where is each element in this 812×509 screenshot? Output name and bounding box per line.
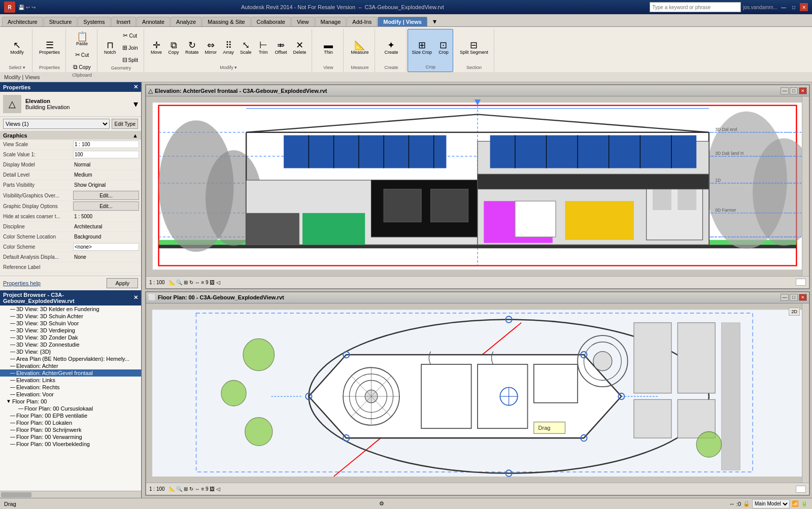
browser-item-floor-plan-epb[interactable]: — Floor Plan: 00 EPB ventilatie bbox=[0, 412, 141, 419]
floorplan-vscroll[interactable] bbox=[802, 303, 809, 483]
worksets-dropdown[interactable]: Main Model bbox=[752, 499, 790, 508]
browser-hscroll[interactable] bbox=[0, 491, 141, 498]
browser-item-3d-zonnestudie[interactable]: — 3D View: 3D Zonnestudie bbox=[0, 341, 141, 348]
scale-button[interactable]: ⤡ Scale bbox=[238, 35, 254, 61]
tab-collaborate[interactable]: Collaborate bbox=[251, 17, 291, 26]
view-scale-value[interactable]: 1 : 100 bbox=[73, 141, 139, 148]
graphic-display-edit-button[interactable]: Edit... bbox=[73, 201, 139, 211]
browser-item-3d-verdieping[interactable]: — 3D View: 3D Verdieping bbox=[0, 327, 141, 334]
elevation-vscroll[interactable] bbox=[802, 96, 809, 276]
split-segment-button[interactable]: ⊟ Split Segment bbox=[457, 35, 491, 61]
rotate-button[interactable]: ↻ Rotate bbox=[183, 35, 201, 61]
elevation-navwheel[interactable] bbox=[796, 279, 806, 286]
tab-structure[interactable]: Structure bbox=[44, 17, 78, 26]
browser-item-3d-kelder[interactable]: — 3D View: 3D Kelder en Fundering bbox=[0, 306, 141, 313]
floorplan-view-content[interactable]: Drag 2D bbox=[146, 303, 809, 483]
size-crop-button[interactable]: ⊞ Size Crop bbox=[409, 35, 434, 61]
browser-item-elevation-achter[interactable]: — Elevation: Achter bbox=[0, 362, 141, 369]
color-scheme-value[interactable]: <none> bbox=[73, 243, 139, 251]
paste-button[interactable]: 📋 Paste bbox=[74, 30, 90, 48]
array-button[interactable]: ⠿ Array bbox=[220, 35, 236, 61]
tab-massing[interactable]: Massing & Site bbox=[202, 17, 250, 26]
mirror-button[interactable]: ⇔ Mirror bbox=[202, 35, 220, 61]
minimize-button[interactable]: — bbox=[780, 3, 788, 11]
apply-button[interactable]: Apply bbox=[107, 278, 138, 288]
elevation-status-icons: 📐 🔍 ⊞ ↻ ↔ ≡ 9 🖼 ◁ bbox=[169, 280, 221, 285]
project-browser-close-button[interactable]: ✕ bbox=[133, 294, 138, 301]
views-dropdown[interactable]: Views (1) bbox=[3, 119, 110, 129]
props-scroll[interactable]: View Scale 1 : 100 Scale Value 1: 100 Di… bbox=[0, 140, 141, 276]
split-face-button[interactable]: ⊟Split bbox=[120, 54, 141, 65]
tab-architecture[interactable]: Architecture bbox=[2, 17, 43, 26]
measure-button[interactable]: 📐 Measure bbox=[348, 35, 371, 61]
measure-label: Measure bbox=[351, 50, 368, 55]
tab-addins[interactable]: Add-Ins bbox=[347, 17, 377, 26]
detail-level-row: Detail Level Medium bbox=[0, 170, 141, 180]
tab-modify-views[interactable]: Modify | Views bbox=[378, 17, 427, 26]
copy-button[interactable]: ⧉ Copy bbox=[71, 61, 93, 73]
modify-label: Modify bbox=[10, 50, 24, 55]
browser-item-3d-zonder-dak[interactable]: — 3D View: 3D Zonder Dak bbox=[0, 334, 141, 341]
2d-toggle-btn[interactable]: 2D bbox=[789, 308, 800, 316]
maximize-button[interactable]: □ bbox=[790, 3, 798, 11]
browser-item-area-plan[interactable]: — Area Plan (BE Netto Oppervlakten): Hem… bbox=[0, 355, 141, 362]
title-bar: R 💾 ↩ ↪ Autodesk Revit 2014 - Not For Re… bbox=[0, 0, 812, 14]
move-button[interactable]: ✛ Move bbox=[148, 35, 164, 61]
hide-scale-label: Hide at scales coarser t... bbox=[2, 213, 73, 220]
floorplan-maximize-btn[interactable]: □ bbox=[790, 294, 798, 301]
browser-item-floor-plan-vloerbekleding[interactable]: — Floor Plan: 00 Vloerbekledïng bbox=[0, 440, 141, 448]
browser-item-elevation-links[interactable]: — Elevation: Links bbox=[0, 377, 141, 384]
offset-button[interactable]: ⤃ Offset bbox=[273, 35, 290, 61]
prop-expand-icon[interactable]: ▾ bbox=[133, 98, 138, 110]
elevation-minimize-btn[interactable]: — bbox=[781, 87, 789, 94]
scale-value-value[interactable]: 100 bbox=[73, 151, 139, 158]
color-scheme-loc-value: Background bbox=[73, 233, 139, 240]
tab-analyze[interactable]: Analyze bbox=[171, 17, 201, 26]
elevation-view-content[interactable]: 3D Dal end 3D Dak land H 1D 0D Farmer bbox=[146, 96, 809, 276]
browser-item-floor-plan-verwarming[interactable]: — Floor Plan: 00 Verwarming bbox=[0, 433, 141, 440]
properties-help-link[interactable]: Properties help bbox=[3, 280, 41, 286]
vis-graphics-edit-button[interactable]: Edit... bbox=[73, 191, 139, 200]
thin-lines-button[interactable]: ▬ Thin bbox=[320, 35, 336, 61]
browser-item-elevation-voor[interactable]: — Elevation: Voor bbox=[0, 391, 141, 398]
browser-item-floor-plan-schrijnwerk[interactable]: — Floor Plan: 00 Schrijnwerk bbox=[0, 426, 141, 433]
browser-item-elevation-rechts[interactable]: — Elevation: Rechts bbox=[0, 384, 141, 391]
elevation-close-btn[interactable]: ✕ bbox=[799, 87, 807, 94]
tab-view[interactable]: View bbox=[291, 17, 315, 26]
properties-button[interactable]: ☰ Properties bbox=[37, 35, 62, 61]
trim-button[interactable]: ⊢ Trim bbox=[255, 35, 272, 61]
close-button[interactable]: ✕ bbox=[800, 3, 808, 11]
create-buttons: ✦ Create bbox=[382, 30, 400, 65]
browser-item-3d-schuin-achter[interactable]: — 3D View: 3D Schuin Achter bbox=[0, 313, 141, 320]
tab-insert[interactable]: Insert bbox=[111, 17, 137, 26]
floorplan-close-btn[interactable]: ✕ bbox=[799, 294, 807, 301]
modify-button[interactable]: ↖ Modify bbox=[8, 35, 26, 61]
browser-item-3d-3d[interactable]: — 3D View: {3D} bbox=[0, 348, 141, 355]
properties-close-button[interactable]: ✕ bbox=[133, 84, 138, 90]
edit-type-button[interactable]: Edit Type bbox=[112, 119, 138, 129]
browser-item-floor-plan-cursuslokaal[interactable]: — Floor Plan: 00 Cursuslokaal bbox=[0, 405, 141, 412]
view-toggle-btn[interactable]: ▾ bbox=[430, 16, 439, 26]
crop-button[interactable]: ⊡ Crop bbox=[435, 35, 452, 61]
svg-rect-42 bbox=[653, 189, 671, 210]
browser-item-floor-plan-00[interactable]: ▼ Floor Plan: 00 bbox=[0, 398, 141, 405]
tab-manage[interactable]: Manage bbox=[315, 17, 347, 26]
browser-scroll[interactable]: — 3D View: 3D Kelder en Fundering — 3D V… bbox=[0, 306, 141, 491]
keyword-search-input[interactable] bbox=[650, 2, 741, 12]
copy-move-button[interactable]: ⧉ Copy bbox=[165, 35, 182, 61]
cut-button[interactable]: ✂ Cut bbox=[73, 49, 92, 60]
notch-button[interactable]: ⊓ Notch bbox=[101, 35, 119, 61]
floorplan-minimize-btn[interactable]: — bbox=[781, 294, 789, 301]
browser-item-3d-schuin-voor[interactable]: — 3D View: 3D Schuin Voor bbox=[0, 320, 141, 327]
elevation-maximize-btn[interactable]: □ bbox=[790, 87, 798, 94]
tab-systems[interactable]: Systems bbox=[78, 17, 110, 26]
browser-item-elevation-achtergevel[interactable]: — Elevation: AchterGevel frontaal bbox=[0, 369, 141, 377]
browser-item-floor-plan-lokalen[interactable]: — Floor Plan: 00 Lokalen bbox=[0, 419, 141, 426]
delete-button[interactable]: ✕ Delete bbox=[290, 35, 309, 61]
create-button[interactable]: ✦ Create bbox=[382, 35, 400, 61]
cut-geometry-button[interactable]: ✂Cut bbox=[120, 30, 141, 41]
graphics-collapse-icon[interactable]: ▲ bbox=[132, 132, 138, 139]
join-geometry-button[interactable]: ⊞Join bbox=[120, 42, 141, 53]
floorplan-navwheel[interactable] bbox=[796, 486, 806, 493]
tab-annotate[interactable]: Annotate bbox=[137, 17, 170, 26]
